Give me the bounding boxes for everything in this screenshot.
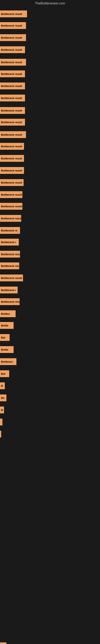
- bar-item: Bottleneck resu: [0, 249, 100, 259]
- result-bar: Bottleneck result: [0, 22, 26, 29]
- result-bar: Bottleneck result: [0, 179, 24, 186]
- result-bar: Bottle: [0, 322, 14, 329]
- result-bar: Bottleneck result: [0, 59, 26, 66]
- bar-item: Bottleneck result: [0, 93, 100, 103]
- bar-label: Bottleneck resu: [1, 253, 20, 256]
- result-bar: Bottleneck result: [0, 215, 21, 222]
- bar-item: B: [0, 381, 100, 391]
- result-bar: [0, 418, 2, 426]
- result-bar: B: [0, 406, 4, 413]
- bar-item: Bo: [0, 641, 100, 644]
- bars-container: Bottleneck resultBottleneck resultBottle…: [0, 7, 100, 644]
- bar-item: Bottleneck result: [0, 130, 100, 140]
- bar-label: Bottle: [1, 348, 8, 351]
- bar-label: Bottleneck result: [1, 181, 22, 184]
- result-bar: Bottleneck result: [0, 274, 23, 281]
- bar-item: Bottleneck result: [0, 20, 100, 30]
- bar-item: Bottleneck result: [0, 57, 100, 67]
- bar-label: Bot: [1, 336, 5, 339]
- bar-label: Bottleneck result: [1, 36, 22, 39]
- bar-label: Bottleneck resu: [1, 300, 20, 303]
- bar-item: Bot: [0, 332, 100, 342]
- bar-item: Bottleneck result: [0, 69, 100, 79]
- result-bar: B: [0, 382, 5, 389]
- result-bar: Bottleneck result: [0, 34, 26, 41]
- result-bar: Bottleneck result: [0, 70, 25, 77]
- bar-item: Bottleneck r: [0, 237, 100, 247]
- bar-item: [0, 417, 100, 427]
- bar-item: Bottleneck resu: [0, 297, 100, 307]
- bar-label: Bottleneck result: [1, 72, 22, 76]
- result-bar: Bottleneck result: [0, 82, 25, 89]
- bar-item: Bottleneck re: [0, 226, 100, 236]
- bar-label: Bottleneck result: [1, 24, 22, 27]
- bar-label: Bottleneck result: [1, 193, 22, 196]
- bar-label: Bottleneck re: [1, 229, 17, 232]
- result-bar: Bottleneck result: [0, 167, 24, 174]
- bar-item: Bottleneck result: [0, 117, 100, 127]
- bar-item: Bottleneck result: [0, 81, 100, 91]
- bar-item: Bottleneck result: [0, 201, 100, 211]
- bar-item: Bottleneck result: [0, 273, 100, 283]
- bar-item: Bottleneck result: [0, 166, 100, 176]
- result-bar: Bottleneck resu: [0, 251, 20, 258]
- bar-label: Bottleneck result: [1, 157, 22, 160]
- bar-item: Bottle: [0, 320, 100, 330]
- bar-item: Bottle: [0, 344, 100, 354]
- bar-item: Bottleneck result: [0, 153, 100, 164]
- result-bar: Bottleneck re: [0, 227, 20, 234]
- result-bar: Bottleneck result: [0, 107, 25, 114]
- bar-label: Bottlen: [1, 312, 10, 315]
- result-bar: Bottleneck result: [0, 94, 25, 102]
- bar-item: Bottleneck result: [0, 32, 100, 43]
- site-title: TheBottlenecker.com: [0, 0, 100, 7]
- bar-label: Bottle: [1, 324, 8, 327]
- result-bar: Bottleneck r: [0, 239, 19, 246]
- bar-item: Bottleneck result: [0, 9, 100, 19]
- result-bar: Bottleneck result: [0, 119, 25, 126]
- bar-label: Bottleneck result: [1, 133, 22, 136]
- bar-item: Bottleneck r: [0, 285, 100, 295]
- bar-item: Bottlen: [0, 309, 100, 319]
- bar-label: Bottleneck result: [1, 12, 22, 16]
- bar-label: Bottlenec: [1, 360, 13, 363]
- bar-item: B: [0, 405, 100, 415]
- bar-label: Bottleneck result: [1, 121, 22, 124]
- bar-label: B: [1, 384, 3, 388]
- bar-label: Bo: [1, 396, 4, 400]
- result-bar: Bottlen: [0, 310, 16, 317]
- result-bar: Bottleneck resu: [0, 298, 20, 305]
- bar-item: Bottleneck result: [0, 106, 100, 116]
- result-bar: Bottleneck res: [0, 262, 19, 269]
- bar-item: Bottleneck result: [0, 178, 100, 188]
- result-bar: Bottleneck result: [0, 191, 22, 198]
- result-bar: Bottleneck result: [0, 143, 24, 150]
- bar-label: Bottleneck result: [1, 276, 22, 280]
- bar-label: Bottleneck result: [1, 145, 22, 148]
- bar-label: Bottleneck r: [1, 288, 16, 292]
- bar-item: Bottleneck res: [0, 261, 100, 271]
- bar-label: Bottleneck result: [1, 48, 22, 51]
- bar-label: Bottleneck result: [1, 109, 22, 112]
- bar-item: Bottleneck result: [0, 190, 100, 200]
- bar-item: Bo: [0, 393, 100, 403]
- bar-label: Bot: [1, 372, 5, 375]
- bar-item: Bottlenec: [0, 356, 100, 367]
- result-bar: Bottle: [0, 346, 14, 353]
- result-bar: Bottleneck result: [0, 155, 24, 162]
- result-bar: Bot: [0, 370, 9, 377]
- bar-label: Bottleneck r: [1, 241, 16, 244]
- bar-label: Bottleneck res: [1, 264, 19, 268]
- result-bar: Bottleneck result: [0, 10, 27, 17]
- bar-label: B: [1, 408, 3, 412]
- bar-label: Bottleneck result: [1, 61, 22, 64]
- bar-label: Bottleneck result: [1, 217, 21, 220]
- bar-item: Bottleneck result: [0, 45, 100, 55]
- result-bar: Bottleneck result: [0, 46, 25, 53]
- result-bar: Bot: [0, 334, 10, 341]
- bar-item: Bottleneck result: [0, 213, 100, 224]
- bar-label: Bottleneck result: [1, 96, 22, 100]
- bar-item: Bottleneck result: [0, 141, 100, 151]
- result-bar: [0, 431, 1, 438]
- bar-label: Bottleneck result: [1, 205, 22, 208]
